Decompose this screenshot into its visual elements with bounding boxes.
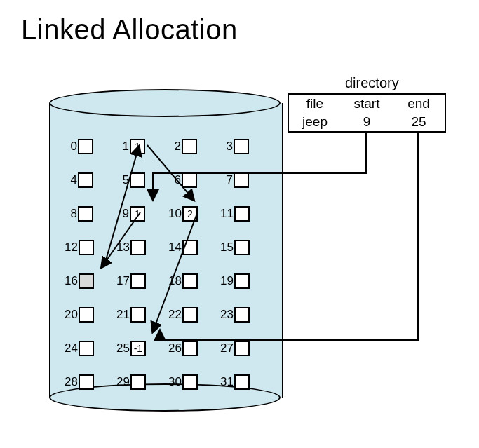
block-cell: 3 — [220, 139, 272, 154]
block-number: 22 — [168, 308, 182, 322]
disk-block — [234, 341, 250, 356]
disk-block: 2 — [182, 206, 198, 222]
block-cell: 17 — [116, 273, 168, 289]
block-number: 2 — [168, 140, 181, 154]
block-cell: 25-1 — [116, 341, 168, 356]
block-number: 19 — [220, 274, 234, 288]
directory-header-file: file — [289, 95, 341, 113]
block-number: 5 — [116, 173, 129, 187]
block-cell: 102 — [168, 206, 220, 222]
block-cell: 18 — [168, 273, 220, 289]
block-cell: 21 — [116, 307, 168, 323]
block-cell: 4 — [65, 172, 116, 188]
block-number: 6 — [168, 173, 181, 187]
block-number: 29 — [116, 375, 130, 389]
block-number: 3 — [220, 140, 233, 154]
block-number: 24 — [65, 341, 78, 355]
block-cell: 91 — [116, 206, 168, 222]
directory-file-name: jeep — [289, 113, 341, 131]
block-number: 4 — [65, 173, 77, 187]
block-row: 16171819 — [65, 264, 272, 298]
block-number: 23 — [220, 308, 234, 322]
block-cell: 23 — [220, 307, 272, 323]
block-cell: 5 — [116, 172, 168, 188]
block-cell: 20 — [65, 307, 116, 323]
disk-block — [79, 273, 94, 289]
disk-block — [79, 240, 94, 255]
block-row: 2425-12627 — [65, 332, 272, 365]
block-cell: 8 — [65, 206, 116, 222]
block-number: 15 — [220, 240, 234, 254]
disk-block — [234, 139, 249, 154]
disk-block — [234, 273, 250, 289]
block-row: 4567 — [65, 163, 272, 197]
disk-block — [79, 341, 94, 356]
block-number: 7 — [220, 173, 233, 187]
block-row: 28293031 — [65, 365, 272, 399]
diagram-stage: 0112345678911021112131415161718192021222… — [21, 60, 456, 431]
block-cell: 31 — [220, 374, 272, 390]
disk-block-grid: 0112345678911021112131415161718192021222… — [65, 130, 272, 399]
block-number: 10 — [168, 207, 182, 221]
block-number: 28 — [65, 375, 78, 389]
block-cell: 26 — [168, 341, 220, 356]
block-cell: 0 — [65, 139, 116, 154]
disk-block — [234, 240, 250, 255]
disk-block: -1 — [130, 341, 146, 356]
disk-block — [182, 273, 198, 289]
block-cell: 28 — [65, 374, 116, 390]
block-row: 12131415 — [65, 231, 272, 264]
block-cell: 2 — [168, 139, 220, 154]
block-number: 1 — [116, 140, 129, 154]
directory-header-end: end — [393, 95, 445, 113]
block-number: 30 — [168, 375, 182, 389]
block-cell: 12 — [65, 240, 116, 255]
block-row: 01123 — [65, 130, 272, 163]
block-cell: 6 — [168, 172, 220, 188]
disk-block — [234, 206, 250, 222]
directory-file-start: 9 — [341, 113, 393, 131]
disk-block — [130, 240, 146, 255]
block-number: 25 — [116, 341, 130, 355]
disk-block — [130, 307, 146, 323]
disk-block — [182, 139, 197, 154]
block-cell: 27 — [220, 341, 272, 356]
block-number: 11 — [220, 207, 234, 221]
disk-block — [79, 374, 94, 390]
disk-block — [182, 341, 198, 356]
block-cell: 7 — [220, 172, 272, 188]
block-number: 16 — [65, 274, 78, 288]
block-number: 13 — [116, 240, 130, 254]
block-number: 8 — [65, 207, 77, 221]
block-number: 31 — [220, 375, 234, 389]
disk-block — [78, 172, 93, 188]
disk-block: 1 — [130, 139, 145, 154]
disk-block — [130, 374, 146, 390]
block-number: 0 — [65, 140, 77, 154]
directory-header-start: start — [341, 95, 393, 113]
disk-block — [234, 172, 249, 188]
disk-block — [234, 374, 250, 390]
disk-block — [182, 307, 198, 323]
block-cell: 13 — [116, 240, 168, 255]
block-number: 9 — [116, 207, 129, 221]
disk-block — [182, 172, 197, 188]
block-cell: 16 — [65, 273, 116, 289]
block-number: 17 — [116, 274, 130, 288]
directory-table: file start end jeep 9 25 — [288, 93, 446, 133]
disk-block: 1 — [130, 206, 145, 222]
block-row: 89110211 — [65, 197, 272, 231]
disk-block — [78, 139, 93, 154]
block-number: 12 — [65, 240, 78, 254]
block-cell: 30 — [168, 374, 220, 390]
block-cell: 11 — [220, 206, 272, 222]
disk-block — [182, 374, 198, 390]
block-cell: 15 — [220, 240, 272, 255]
block-number: 26 — [168, 341, 182, 355]
disk-block — [234, 307, 250, 323]
block-cell: 24 — [65, 341, 116, 356]
block-cell: 19 — [220, 273, 272, 289]
block-number: 14 — [168, 240, 182, 254]
block-cell: 11 — [116, 139, 168, 154]
block-number: 27 — [220, 341, 234, 355]
